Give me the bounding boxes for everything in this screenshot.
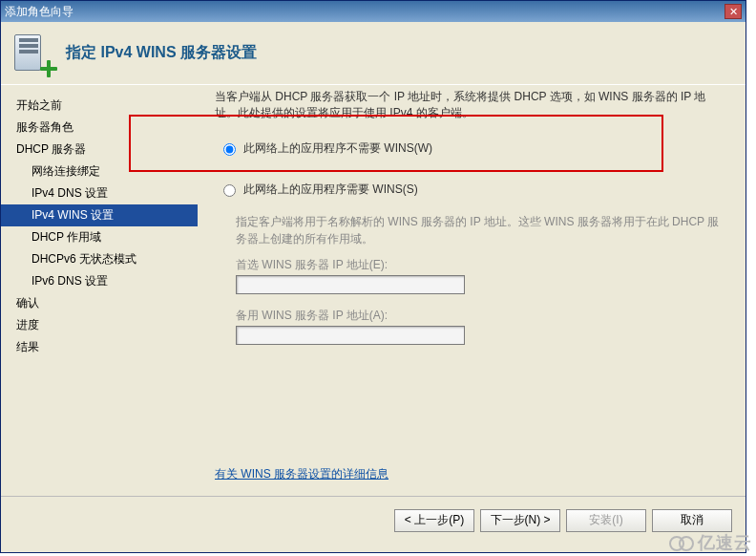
watermark: 亿速云 — [669, 531, 752, 554]
sidebar-item-8[interactable]: IPv6 DNS 设置 — [1, 270, 198, 292]
sidebar-item-0[interactable]: 开始之前 — [1, 95, 198, 117]
page-title: 指定 IPv4 WINS 服务器设置 — [66, 43, 257, 63]
install-button[interactable]: 安装(I) — [566, 509, 646, 532]
wizard-window: 添加角色向导 ✕ 指定 IPv4 WINS 服务器设置 开始之前服务器角色DHC… — [0, 0, 746, 553]
sidebar-item-2[interactable]: DHCP 服务器 — [1, 139, 198, 160]
server-add-icon — [12, 32, 54, 75]
radio-no-wins-label: 此网络上的应用程序不需要 WINS(W) — [243, 140, 432, 157]
description-text: 当客户端从 DHCP 服务器获取一个 IP 地址时，系统将提供 DHCP 选项，… — [215, 89, 728, 121]
radio-need-wins[interactable] — [223, 184, 236, 197]
sidebar-item-9[interactable]: 确认 — [1, 292, 198, 314]
content-pane: 当客户端从 DHCP 服务器获取一个 IP 地址时，系统将提供 DHCP 选项，… — [198, 85, 746, 496]
watermark-text: 亿速云 — [698, 531, 752, 554]
sidebar-item-10[interactable]: 进度 — [1, 314, 198, 336]
sidebar-item-4[interactable]: IPv4 DNS 设置 — [1, 182, 198, 204]
radio-no-wins-row[interactable]: 此网络上的应用程序不需要 WINS(W) — [219, 140, 728, 157]
sidebar-item-7[interactable]: DHCPv6 无状态模式 — [1, 248, 198, 270]
alternate-wins-label: 备用 WINS 服务器 IP 地址(A): — [236, 308, 728, 324]
close-button[interactable]: ✕ — [724, 4, 742, 19]
sidebar-item-5[interactable]: IPv4 WINS 设置 — [1, 204, 198, 226]
cancel-button[interactable]: 取消 — [652, 509, 732, 532]
wizard-steps-sidebar: 开始之前服务器角色DHCP 服务器网络连接绑定IPv4 DNS 设置IPv4 W… — [1, 85, 198, 496]
prev-button[interactable]: < 上一步(P) — [394, 509, 474, 532]
alternate-wins-input[interactable] — [236, 326, 465, 345]
wizard-header: 指定 IPv4 WINS 服务器设置 — [1, 22, 746, 85]
wizard-footer: < 上一步(P) 下一步(N) > 安装(I) 取消 — [1, 496, 746, 544]
radio-need-wins-row[interactable]: 此网络上的应用程序需要 WINS(S) — [219, 182, 728, 198]
next-button[interactable]: 下一步(N) > — [480, 509, 560, 532]
more-info-link[interactable]: 有关 WINS 服务器设置的详细信息 — [215, 466, 388, 482]
radio-no-wins[interactable] — [223, 143, 236, 156]
sidebar-item-1[interactable]: 服务器角色 — [1, 117, 198, 139]
wins-hint-text: 指定客户端将用于名称解析的 WINS 服务器的 IP 地址。这些 WINS 服务… — [236, 213, 728, 247]
sidebar-item-3[interactable]: 网络连接绑定 — [1, 160, 198, 182]
radio-need-wins-label: 此网络上的应用程序需要 WINS(S) — [243, 182, 418, 198]
window-title: 添加角色向导 — [5, 4, 74, 20]
preferred-wins-label: 首选 WINS 服务器 IP 地址(E): — [236, 257, 728, 273]
watermark-icon — [669, 534, 696, 551]
sidebar-item-6[interactable]: DHCP 作用域 — [1, 226, 198, 248]
sidebar-item-11[interactable]: 结果 — [1, 336, 198, 358]
titlebar[interactable]: 添加角色向导 ✕ — [1, 1, 746, 22]
preferred-wins-input[interactable] — [236, 275, 465, 294]
